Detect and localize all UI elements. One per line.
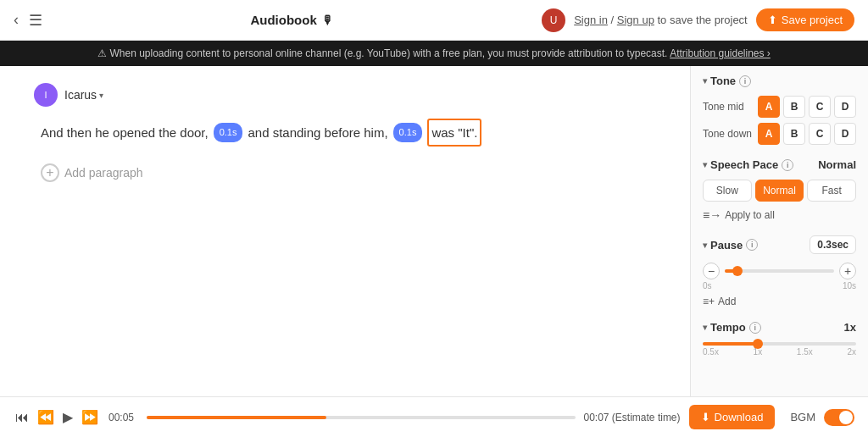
add-paragraph-label: Add paragraph: [64, 166, 143, 180]
header: ‹ ☰ Audiobook 🎙 U Sign in / Sign up to s…: [0, 0, 868, 41]
add-paragraph-button[interactable]: + Add paragraph: [41, 163, 656, 182]
save-project-button[interactable]: ⬆ Save project: [756, 8, 854, 31]
tempo-section-header: ▾ Tempo i 1x: [703, 321, 856, 334]
project-title: Audiobook: [250, 13, 316, 27]
tone-label: Tone: [710, 75, 736, 87]
pause-collapse-icon[interactable]: ▾: [703, 241, 707, 250]
attribution-banner: ⚠ When uploading content to personal onl…: [0, 41, 868, 66]
character-name-selector[interactable]: Icarus ▾: [64, 88, 103, 102]
pause-plus-button[interactable]: +: [839, 263, 856, 279]
tone-down-btn-c[interactable]: C: [809, 123, 831, 145]
progress-fill: [147, 416, 326, 419]
playback-time-end: 00:07 (Estimate time): [584, 412, 681, 423]
tone-down-btn-a[interactable]: A: [758, 123, 780, 145]
tone-info-icon[interactable]: i: [739, 75, 751, 87]
tone-mid-btn-a[interactable]: A: [758, 96, 780, 118]
pause-info-icon[interactable]: i: [746, 239, 758, 251]
main-area: I Icarus ▾ And then he opened the door, …: [0, 66, 868, 396]
header-left: ‹ ☰: [14, 11, 42, 30]
speech-pace-label: Speech Pace: [710, 158, 778, 171]
tempo-section: ▾ Tempo i 1x 0.5x 1x 1.5x 2x: [703, 321, 856, 357]
warning-icon: ⚠: [97, 47, 109, 59]
speech-pace-section: ▾ Speech Pace i Normal Slow Normal Fast …: [703, 158, 856, 222]
banner-text: When uploading content to personal onlin…: [109, 47, 667, 59]
tone-down-btn-b[interactable]: B: [783, 123, 805, 145]
editor-area: I Icarus ▾ And then he opened the door, …: [0, 66, 690, 396]
bgm-label: BGM: [790, 411, 815, 423]
tempo-label-2: 1.5x: [797, 347, 813, 357]
menu-button[interactable]: ☰: [29, 11, 42, 30]
upload-icon: ⬆: [768, 14, 777, 26]
tempo-slider-row: [703, 342, 856, 346]
tone-mid-btn-c[interactable]: C: [809, 96, 831, 118]
pause-slider-labels: 0s 10s: [703, 281, 856, 290]
user-avatar: U: [542, 8, 565, 32]
mic-icon: 🎙: [322, 14, 334, 27]
skip-to-start-button[interactable]: ⏮: [14, 408, 31, 427]
pause-section: ▾ Pause i 0.3sec − + 0s 10s ≡+ Add: [703, 235, 856, 307]
tone-down-btn-d[interactable]: D: [834, 123, 856, 145]
speech-pace-header: ▾ Speech Pace i Normal: [703, 158, 856, 171]
pace-normal-button[interactable]: Normal: [755, 180, 804, 202]
fast-forward-button[interactable]: ⏩: [80, 407, 100, 427]
pause-add-button[interactable]: ≡+ Add: [703, 296, 856, 307]
pause-max-label: 10s: [843, 281, 856, 290]
download-button[interactable]: ⬇ Download: [689, 405, 776, 429]
text-line: And then he opened the door, 0.1s and st…: [41, 119, 656, 147]
tone-mid-row: Tone mid A B C D: [703, 96, 856, 118]
pace-fast-button[interactable]: Fast: [807, 180, 856, 202]
bgm-toggle[interactable]: [824, 409, 854, 426]
back-button[interactable]: ‹: [14, 11, 19, 29]
selected-word[interactable]: was "It".: [427, 119, 481, 147]
tone-down-label: Tone down: [703, 128, 758, 140]
tone-section-header: ▾ Tone i: [703, 75, 856, 87]
transport-controls: ⏮ ⏪ ▶ ⏩: [14, 407, 100, 427]
tempo-label-0: 0.5x: [703, 347, 719, 357]
download-label: Download: [715, 411, 764, 423]
apply-all-icon: ≡→: [703, 208, 721, 222]
pause-badge-2[interactable]: 0.1s: [393, 123, 423, 143]
tone-down-row: Tone down A B C D: [703, 123, 856, 145]
pause-badge-1[interactable]: 0.1s: [214, 123, 243, 143]
text-segment-2: and standing before him,: [248, 121, 387, 144]
tempo-value: 1x: [844, 321, 856, 334]
tempo-label: Tempo: [710, 321, 746, 334]
apply-all-button[interactable]: ≡→ Apply to all: [703, 208, 856, 222]
play-button[interactable]: ▶: [61, 407, 75, 427]
text-segment-1: And then he opened the door,: [41, 121, 209, 144]
pace-buttons: Slow Normal Fast: [703, 180, 856, 202]
auth-text: Sign in / Sign up to save the project: [574, 14, 748, 26]
right-panel: ▾ Tone i Tone mid A B C D Tone down A B …: [690, 66, 868, 396]
tone-mid-btn-d[interactable]: D: [834, 96, 856, 118]
tone-collapse-icon[interactable]: ▾: [703, 76, 707, 86]
pause-slider-row: − +: [703, 263, 856, 279]
signin-link[interactable]: Sign in: [574, 14, 608, 26]
tone-mid-buttons: A B C D: [758, 96, 856, 118]
pace-collapse-icon[interactable]: ▾: [703, 160, 707, 169]
attribution-link[interactable]: Attribution guidelines ›: [670, 47, 771, 59]
speech-pace-value: Normal: [818, 158, 856, 171]
progress-bar[interactable]: [147, 416, 576, 419]
pause-slider-track[interactable]: [725, 269, 834, 273]
header-center: Audiobook 🎙: [42, 13, 542, 27]
tempo-slider-fill: [703, 342, 758, 346]
tempo-slider-track[interactable]: [703, 342, 856, 346]
pause-value[interactable]: 0.3sec: [810, 235, 856, 254]
tempo-collapse-icon[interactable]: ▾: [703, 323, 707, 332]
paragraph-header: I Icarus ▾: [34, 83, 656, 107]
tone-mid-label: Tone mid: [703, 101, 758, 113]
bottom-bar: ⏮ ⏪ ▶ ⏩ 00:05 00:07 (Estimate time) ⬇ Do…: [0, 396, 868, 437]
tempo-slider-labels: 0.5x 1x 1.5x 2x: [703, 347, 856, 357]
tone-down-buttons: A B C D: [758, 123, 856, 145]
pace-info-icon[interactable]: i: [782, 159, 793, 171]
tempo-slider-thumb: [753, 339, 763, 349]
rewind-button[interactable]: ⏪: [36, 407, 56, 427]
download-icon: ⬇: [701, 411, 710, 423]
pace-slow-button[interactable]: Slow: [703, 180, 752, 202]
chevron-down-icon: ▾: [99, 91, 103, 100]
tempo-info-icon[interactable]: i: [749, 322, 761, 334]
add-label: Add: [718, 296, 736, 307]
signup-link[interactable]: Sign up: [617, 14, 654, 26]
pause-minus-button[interactable]: −: [703, 263, 720, 279]
tone-mid-btn-b[interactable]: B: [783, 96, 805, 118]
